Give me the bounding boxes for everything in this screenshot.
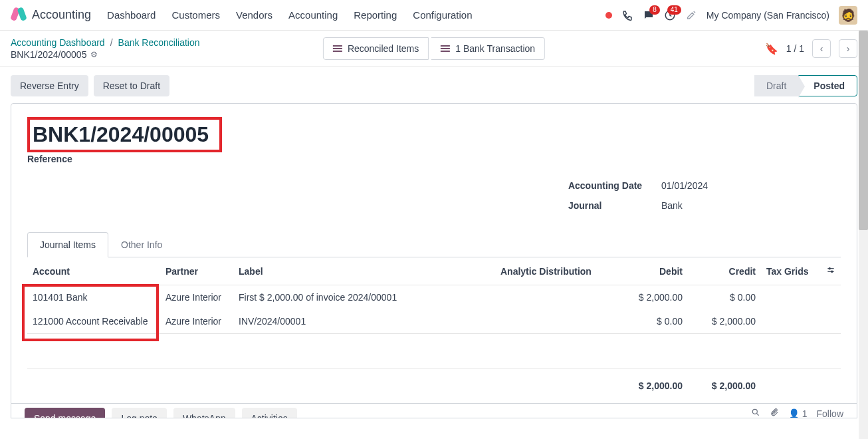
pager: 🔖 1 / 1 ‹ › <box>765 39 857 58</box>
activities-icon[interactable]: 41 <box>664 9 676 21</box>
follow-button[interactable]: Follow <box>817 408 843 419</box>
cell-partner[interactable]: Azure Interior <box>160 309 233 334</box>
cell-partner[interactable]: Azure Interior <box>160 285 233 310</box>
journal-items-table: Account Partner Label Analytic Distribut… <box>27 257 841 403</box>
topbar-right: 8 41 My Company (San Francisco) 🧔 <box>605 6 857 25</box>
cell-credit[interactable]: $ 2,000.00 <box>688 309 761 334</box>
svg-rect-1 <box>17 7 27 21</box>
cell-debit[interactable]: $ 0.00 <box>615 309 688 334</box>
list-icon <box>441 45 450 52</box>
messages-icon[interactable]: 8 <box>643 9 655 21</box>
gear-icon[interactable]: ⚙ <box>90 50 98 59</box>
col-analytic[interactable]: Analytic Distribution <box>495 257 615 285</box>
journal-value[interactable]: Bank <box>661 200 683 211</box>
total-debit: $ 2,000.00 <box>615 368 688 404</box>
totals-row: $ 2,000.00 $ 2,000.00 <box>27 368 841 404</box>
send-message-button[interactable]: Send message <box>25 408 105 418</box>
search-icon[interactable] <box>751 408 760 418</box>
record-name-text: BNK1/2024/00005 <box>11 49 86 60</box>
col-partner[interactable]: Partner <box>160 257 233 285</box>
col-account[interactable]: Account <box>27 257 160 285</box>
main-nav: Dashboard Customers Vendors Accounting R… <box>107 9 472 21</box>
cell-credit[interactable]: $ 0.00 <box>688 285 761 310</box>
reference-label: Reference <box>27 154 841 164</box>
form-view: Reverse Entry Reset to Draft Draft Poste… <box>0 67 868 418</box>
svg-point-7 <box>752 409 757 414</box>
breadcrumb: Accounting Dashboard / Bank Reconciliati… <box>11 37 200 60</box>
cell-tax[interactable] <box>761 309 821 334</box>
entry-name: BNK1/2024/00005 <box>33 122 209 147</box>
accounting-date-value[interactable]: 01/01/2024 <box>661 180 708 191</box>
table-header-row: Account Partner Label Analytic Distribut… <box>27 257 841 285</box>
nav-vendors[interactable]: Vendors <box>236 9 272 21</box>
activities-button[interactable]: Activities <box>242 408 297 418</box>
cell-label[interactable]: First $ 2,000.00 of invoice 2024/00001 <box>233 285 495 310</box>
topbar: Accounting Dashboard Customers Vendors A… <box>0 0 868 31</box>
log-note-button[interactable]: Log note <box>112 408 167 418</box>
pager-prev[interactable]: ‹ <box>812 39 831 58</box>
nav-accounting[interactable]: Accounting <box>288 9 338 21</box>
status-bar: Draft Posted <box>754 75 857 96</box>
table-row[interactable]: 101401 Bank Azure Interior First $ 2,000… <box>27 285 841 310</box>
list-icon <box>333 45 342 52</box>
cell-label[interactable]: INV/2024/00001 <box>233 309 495 334</box>
cell-analytic[interactable] <box>495 309 615 334</box>
cell-debit[interactable]: $ 2,000.00 <box>615 285 688 310</box>
vertical-scrollbar[interactable] <box>859 31 868 418</box>
nav-customers[interactable]: Customers <box>171 9 220 21</box>
chatter: Send message Log note WhatsApp Activitie… <box>11 404 857 418</box>
smart-buttons: Reconciled Items 1 Bank Transaction <box>323 37 545 60</box>
reverse-entry-button[interactable]: Reverse Entry <box>11 75 88 96</box>
cell-tax[interactable] <box>761 285 821 310</box>
total-credit: $ 2,000.00 <box>688 368 761 404</box>
col-label[interactable]: Label <box>233 257 495 285</box>
nav-configuration[interactable]: Configuration <box>413 9 472 21</box>
bank-transaction-button[interactable]: 1 Bank Transaction <box>431 37 545 60</box>
user-avatar[interactable]: 🧔 <box>839 6 857 25</box>
table-row[interactable]: 121000 Account Receivable Azure Interior… <box>27 309 841 334</box>
reconciled-items-button[interactable]: Reconciled Items <box>323 37 429 60</box>
bookmark-icon[interactable]: 🔖 <box>765 43 778 55</box>
cell-account[interactable]: 121000 Account Receivable <box>27 309 160 334</box>
entry-name-highlight: BNK1/2024/00005 <box>27 117 222 152</box>
col-tax[interactable]: Tax Grids <box>761 257 821 285</box>
status-posted[interactable]: Posted <box>798 75 857 96</box>
breadcrumb-sep: / <box>110 37 113 48</box>
tools-icon[interactable] <box>685 9 697 21</box>
app-logo <box>11 7 27 23</box>
followers-count[interactable]: 👤 1 <box>788 408 808 419</box>
status-draft[interactable]: Draft <box>754 75 798 96</box>
svg-point-5 <box>829 268 830 269</box>
pager-text: 1 / 1 <box>786 43 804 54</box>
nav-dashboard[interactable]: Dashboard <box>107 9 156 21</box>
svg-point-6 <box>831 271 833 272</box>
action-bar: Reverse Entry Reset to Draft Draft Poste… <box>11 75 857 96</box>
journal-label: Journal <box>568 200 648 211</box>
tab-other-info[interactable]: Other Info <box>108 232 175 257</box>
col-credit[interactable]: Credit <box>688 257 761 285</box>
reconciled-label: Reconciled Items <box>348 43 419 54</box>
tabs: Journal Items Other Info <box>27 232 841 257</box>
cell-account[interactable]: 101401 Bank <box>27 285 160 310</box>
breadcrumb-record: BNK1/2024/00005 ⚙ <box>11 49 200 60</box>
col-debit[interactable]: Debit <box>615 257 688 285</box>
messages-badge: 8 <box>649 5 660 15</box>
phone-icon[interactable] <box>621 9 633 21</box>
bank-tx-label: 1 Bank Transaction <box>455 43 535 54</box>
app-name[interactable]: Accounting <box>32 8 91 22</box>
tab-journal-items[interactable]: Journal Items <box>27 232 108 257</box>
pager-next[interactable]: › <box>839 39 857 58</box>
table-spacer <box>27 334 841 368</box>
nav-reporting[interactable]: Reporting <box>354 9 397 21</box>
breadcrumb-reconcile[interactable]: Bank Reconciliation <box>118 37 200 48</box>
attachment-icon[interactable] <box>770 408 779 418</box>
company-selector[interactable]: My Company (San Francisco) <box>706 10 829 21</box>
field-grid: Accounting Date 01/01/2024 Journal Bank <box>27 180 841 211</box>
breadcrumb-dashboard[interactable]: Accounting Dashboard <box>11 37 105 48</box>
form-sheet: BNK1/2024/00005 Reference Accounting Dat… <box>11 103 857 404</box>
reset-draft-button[interactable]: Reset to Draft <box>94 75 169 96</box>
col-settings[interactable] <box>821 257 841 285</box>
cell-analytic[interactable] <box>495 285 615 310</box>
scrollbar-thumb[interactable] <box>859 31 868 230</box>
whatsapp-button[interactable]: WhatsApp <box>173 408 235 418</box>
